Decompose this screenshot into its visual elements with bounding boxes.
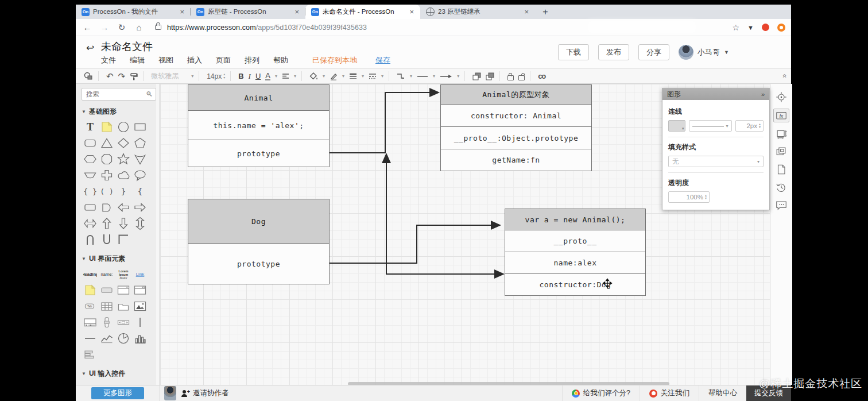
opacity-input[interactable]: 100%▴▾	[668, 191, 710, 203]
line-dash-icon[interactable]	[369, 73, 377, 79]
share-button[interactable]: 分享	[638, 44, 669, 60]
shape-sticky-note[interactable]	[98, 119, 115, 135]
tab-close-icon[interactable]: ×	[522, 7, 530, 16]
star-icon[interactable]: ☆	[733, 23, 740, 32]
document-title[interactable]: 未命名文件	[101, 40, 153, 53]
diagram-node-0[interactable]: Animalthis.name = 'alex';prototype	[188, 84, 330, 167]
more-shapes-button[interactable]: 更多图形	[91, 387, 144, 399]
collapse-toolbar-icon[interactable]: «	[781, 74, 789, 79]
shape-heading-text[interactable]: Heading	[82, 266, 98, 282]
format-painter-icon[interactable]	[130, 72, 138, 80]
panel-collapse-icon[interactable]: »	[761, 91, 765, 98]
line-color-icon[interactable]	[330, 72, 338, 80]
hyperlink-icon[interactable]: co	[538, 72, 545, 80]
shape-arrow-down[interactable]	[115, 215, 131, 232]
new-tab-button[interactable]: +	[538, 5, 552, 19]
underline-button[interactable]: U	[255, 72, 261, 80]
menu-file[interactable]: 文件	[101, 55, 116, 65]
line-width-icon[interactable]	[349, 73, 357, 79]
tab-untitled-active[interactable]: On 未命名文件 - ProcessOn ×	[305, 5, 420, 19]
shape-browser-window[interactable]	[131, 282, 148, 298]
node-row[interactable]: prototype	[188, 140, 329, 167]
shape-u-turn-up[interactable]	[98, 232, 115, 248]
feedback-button[interactable]: 提交反馈	[746, 385, 791, 401]
back-icon[interactable]: ←	[82, 22, 93, 32]
shape-stepper[interactable]	[115, 314, 131, 330]
extension-dot-icon[interactable]	[762, 24, 769, 31]
node-header[interactable]: var a = new Animal();	[505, 209, 645, 230]
line-width-input[interactable]: 2px▴▾	[735, 120, 764, 132]
shape-paren-pair[interactable]: ( )	[98, 183, 115, 199]
save-link[interactable]: 保存	[375, 55, 390, 65]
shape-table[interactable]	[98, 298, 115, 314]
shape-brace-left[interactable]: {	[131, 183, 148, 199]
menu-arrange[interactable]: 排列	[245, 55, 259, 65]
shape-corner-line[interactable]	[115, 232, 131, 248]
panel-header[interactable]: 图形 »	[662, 88, 769, 100]
shape-diamond[interactable]	[115, 135, 131, 151]
shape-octagon[interactable]	[98, 151, 115, 167]
shape-video-player[interactable]	[82, 314, 98, 330]
node-row[interactable]: getName:fn	[441, 149, 591, 171]
fill-style-select[interactable]: 无▾	[668, 156, 764, 167]
bring-front-icon[interactable]	[472, 72, 481, 80]
node-row[interactable]: constructor: Animal	[441, 105, 591, 127]
pages-icon[interactable]	[774, 163, 789, 176]
invite-collaborator-button[interactable]: + 邀请协作者	[181, 388, 229, 398]
italic-button[interactable]: I	[249, 72, 251, 80]
reload-icon[interactable]: ↻	[116, 22, 127, 33]
shape-circle[interactable]	[115, 119, 131, 135]
node-row[interactable]: name:alex	[505, 252, 645, 274]
shape-cone[interactable]	[131, 151, 148, 167]
sidebar-scrollbar[interactable]	[156, 84, 159, 385]
node-row[interactable]: constructor:Dog	[505, 274, 645, 295]
shape-search-box[interactable]: 🔍︎	[82, 88, 156, 101]
menu-page[interactable]: 页面	[216, 55, 231, 65]
download-button[interactable]: 下载	[558, 44, 589, 60]
shape-name-text[interactable]: name:	[98, 266, 115, 282]
shape-pie-chart[interactable]	[115, 330, 131, 346]
canvas-horizontal-scrollbar[interactable]	[348, 382, 669, 385]
shape-squircle[interactable]	[98, 199, 115, 215]
undo-icon[interactable]: ↶	[106, 72, 114, 80]
menu-edit[interactable]: 编辑	[130, 55, 145, 65]
user-menu[interactable]: 小马哥 ▼	[679, 45, 729, 60]
line-style-select[interactable]: ▾	[689, 120, 732, 132]
rate-us-button[interactable]: 给我们评个分?	[562, 385, 640, 401]
connector-arrow-icon[interactable]	[440, 74, 452, 79]
comments-icon[interactable]	[774, 199, 789, 211]
connector-line-icon[interactable]	[417, 75, 428, 78]
shape-pentagon[interactable]	[131, 135, 148, 151]
node-row[interactable]: __proto__:Object.prototype	[441, 127, 591, 149]
section-ui-elements[interactable]: ▼ UI 界面元素	[82, 254, 157, 264]
download-arrow-icon[interactable]: ▼	[747, 24, 754, 31]
menu-help[interactable]: 帮助	[273, 55, 288, 65]
shape-rounded-rect-2[interactable]	[82, 199, 98, 215]
home-icon[interactable]: ⌂	[133, 22, 145, 32]
shape-lorem-text[interactable]: LoremIpsumDolor	[115, 266, 131, 282]
shape-arrow-up[interactable]	[98, 215, 115, 232]
shape-line-chart[interactable]	[98, 330, 115, 346]
shape-arrow-left-right[interactable]	[82, 215, 98, 232]
line-color-swatch[interactable]: ▾	[668, 120, 685, 132]
tab-my-files[interactable]: On ProcessOn - 我的文件 ×	[76, 5, 191, 19]
shape-trapezoid[interactable]	[82, 167, 98, 183]
shape-cross[interactable]	[98, 167, 115, 183]
layers-icon[interactable]	[774, 145, 789, 158]
shape-horizontal-line[interactable]	[82, 330, 98, 346]
tab-close-icon[interactable]: ×	[293, 7, 301, 16]
node-row[interactable]: this.name = 'alex';	[188, 111, 329, 140]
diagram-node-1[interactable]: Animal的原型对象constructor: Animal__proto__:…	[440, 84, 592, 171]
menu-view[interactable]: 视图	[158, 55, 173, 65]
tab-close-icon[interactable]: ×	[178, 7, 186, 16]
diagram-node-2[interactable]: Dogprototype	[188, 199, 330, 284]
forward-icon[interactable]: →	[99, 22, 110, 32]
insert-shape-icon[interactable]	[84, 72, 93, 80]
shape-callout[interactable]	[131, 167, 148, 183]
shape-text-tool[interactable]: T	[82, 119, 98, 135]
lock-icon[interactable]	[507, 75, 514, 80]
shape-bar-chart[interactable]	[131, 330, 148, 346]
tab-prototype-inherit[interactable]: 23 原型链继承 ×	[420, 5, 535, 19]
shape-brace-right[interactable]: }	[115, 183, 131, 199]
section-basic-shapes[interactable]: ▼ 基础图形	[82, 107, 157, 117]
